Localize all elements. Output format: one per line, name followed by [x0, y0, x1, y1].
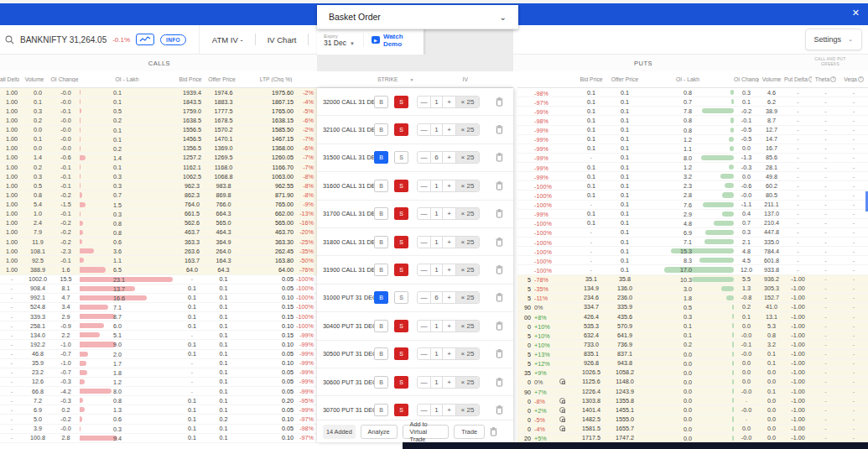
sell-button[interactable]: S	[394, 207, 408, 220]
bid-price-cell[interactable]: -	[574, 201, 608, 208]
offer-price-cell[interactable]: 869.8	[208, 191, 239, 199]
calls-table-row[interactable]: 1.000.1-0.00.11843.51883.31867.15-4%	[0, 97, 319, 107]
offer-price-cell[interactable]: 1058.2	[608, 368, 642, 376]
puts-table-row[interactable]: 5-11%234.6236.01.8-0.8152.7-1.00--	[517, 294, 868, 303]
offer-price-cell[interactable]: 0.2	[208, 415, 239, 423]
offer-price-cell[interactable]: 0.1	[208, 285, 239, 292]
bid-price-cell[interactable]: 363.3	[176, 238, 208, 246]
bid-price-cell[interactable]: -	[574, 248, 608, 255]
settings-button[interactable]: Settings ⌄	[805, 29, 862, 50]
offer-price-cell[interactable]: 1747.2	[608, 434, 642, 441]
bid-price-cell[interactable]: 1843.5	[176, 98, 208, 106]
calls-table-row[interactable]: -258.1-0.96.00.10.10.10-100%	[0, 321, 319, 331]
bid-price-cell[interactable]: 835.1	[574, 350, 608, 358]
offer-price-cell[interactable]: 0.1	[608, 154, 642, 161]
increase-qty-button[interactable]: +	[443, 292, 455, 303]
puts-table-row[interactable]: 0-8%1303.81355.80.0-0.0-1.00--	[517, 396, 868, 405]
bid-price-cell[interactable]: 0.1	[574, 219, 608, 227]
puts-table-row[interactable]: 0+10%535.3570.90.10.05.3-1.00--	[517, 321, 868, 331]
bid-price-cell[interactable]: 0.1	[176, 406, 208, 414]
increase-qty-button[interactable]: +	[443, 152, 455, 163]
bid-price-cell[interactable]: 0.1	[176, 294, 208, 301]
bid-price-cell[interactable]: 1226.4	[574, 388, 608, 395]
sell-button[interactable]: S	[394, 123, 408, 136]
bid-price-cell[interactable]: 163.7	[176, 257, 208, 264]
puts-table-row[interactable]: -100%-0.17.6-1.1211.1---	[517, 201, 868, 210]
bid-price-cell[interactable]: 1638.5	[176, 117, 208, 124]
bid-price-cell[interactable]: 1062.5	[176, 173, 208, 180]
puts-table-row[interactable]: -100%0.10.12.8-0.080.5---	[517, 191, 868, 200]
buy-button[interactable]: B	[374, 236, 388, 248]
bid-price-cell[interactable]: 632.4	[574, 332, 608, 339]
decrease-qty-button[interactable]: —	[418, 152, 430, 163]
offer-price-cell[interactable]: 0.1	[208, 294, 239, 301]
offer-price-cell[interactable]: 0.1	[608, 144, 642, 152]
offer-price-cell[interactable]: 0.1	[208, 313, 239, 321]
puts-table-row[interactable]: -99%0.10.11.2-0.328.1---	[517, 163, 868, 172]
buy-button[interactable]: B	[374, 123, 388, 136]
offer-price-cell[interactable]: 0.1	[608, 98, 642, 106]
offer-price-cell[interactable]: 0.1	[208, 303, 239, 311]
bid-price-cell[interactable]: 926.8	[574, 359, 608, 367]
offer-price-cell[interactable]: 0.1	[208, 425, 239, 432]
puts-table-row[interactable]: -99%0.10.11.2-0.514.7---	[517, 135, 868, 144]
delete-row-icon[interactable]	[496, 181, 503, 191]
close-icon[interactable]: ✕	[852, 8, 860, 18]
offer-price-cell[interactable]: 0.1	[608, 238, 642, 246]
offer-price-cell[interactable]: 0.1	[208, 322, 239, 330]
offer-price-cell[interactable]: 0.1	[208, 332, 239, 339]
offer-price-cell[interactable]: 0.1	[608, 210, 642, 217]
buy-button[interactable]: B	[374, 207, 388, 220]
offer-price-cell[interactable]: 0.1	[208, 350, 239, 358]
offer-price-cell[interactable]: 1555.0	[608, 415, 642, 423]
qty-value[interactable]: 1	[430, 264, 443, 275]
offer-price-cell[interactable]: 0.1	[208, 341, 239, 348]
offer-price-cell[interactable]: 1570.2	[208, 126, 239, 133]
bid-price-cell[interactable]: 134.9	[574, 285, 608, 292]
calls-table-row[interactable]: -7.2-0.30.80.10.10.20-95%	[0, 396, 319, 405]
offer-price-cell[interactable]: 264.0	[208, 248, 239, 255]
bid-price-cell[interactable]: -	[574, 154, 608, 161]
offer-price-cell[interactable]: 1243.9	[608, 388, 642, 395]
bid-price-cell[interactable]: 1556.5	[176, 126, 208, 133]
bid-price-cell[interactable]: 1162.1	[176, 164, 208, 171]
delete-row-icon[interactable]	[496, 321, 503, 331]
increase-qty-button[interactable]: +	[443, 97, 455, 107]
search-icon[interactable]	[5, 35, 14, 44]
puts-table-row[interactable]: 5+13%835.1837.10.0-0.00.1-1.00--	[517, 350, 868, 359]
bid-price-cell[interactable]: -	[176, 332, 208, 339]
qty-value[interactable]: 1	[430, 377, 443, 388]
offer-price-cell[interactable]: 1655.7	[608, 425, 642, 432]
puts-table-row[interactable]: 0-4%1581.51655.70.00.00.0-1.00--	[517, 425, 868, 434]
offer-price-cell[interactable]: 0.1	[608, 219, 642, 227]
sell-button[interactable]: S	[394, 404, 408, 416]
calls-table-row[interactable]: -908.48.113.70.10.10.05-100%	[0, 285, 319, 294]
puts-table-row[interactable]: -100%-0.117.012.0933.8---	[517, 265, 868, 274]
buy-button[interactable]: B	[374, 404, 388, 416]
buy-button[interactable]: B	[374, 180, 388, 192]
bid-price-cell[interactable]: 661.5	[176, 210, 208, 217]
offer-price-cell[interactable]: 0.1	[208, 368, 239, 376]
offer-price-cell[interactable]: 565.0	[208, 219, 239, 227]
add-to-virtual-trade-button[interactable]: Add to Virtual Trade	[403, 425, 450, 439]
bid-price-cell[interactable]: 0.1	[574, 126, 608, 133]
offer-price-cell[interactable]: 0.1	[208, 434, 239, 441]
increase-qty-button[interactable]: +	[443, 124, 455, 135]
buy-button[interactable]: B	[374, 291, 388, 304]
bid-price-cell[interactable]: 1482.5	[574, 415, 608, 423]
bid-price-cell[interactable]: 0.1	[574, 135, 608, 143]
calls-table-row[interactable]: -100.82.89.40.10.10.10-97%	[0, 434, 319, 443]
calls-table-row[interactable]: -134.02.25.1-0.10.15-99%	[0, 331, 319, 340]
delete-row-icon[interactable]	[496, 153, 503, 162]
puts-table-row[interactable]: -100%-0.16.90.3447.8---	[517, 228, 868, 238]
sell-button[interactable]: S	[394, 291, 408, 304]
bid-price-cell[interactable]: 35.1	[574, 275, 608, 283]
qty-value[interactable]: 1	[430, 97, 443, 107]
buy-button[interactable]: B	[374, 151, 388, 164]
buy-button[interactable]: B	[374, 320, 388, 332]
bid-price-cell[interactable]: 0.1	[574, 117, 608, 124]
buy-button[interactable]: B	[374, 96, 388, 108]
trade-button[interactable]: Trade	[454, 425, 485, 439]
bid-price-cell[interactable]: 0.1	[574, 89, 608, 97]
puts-table-row[interactable]: 00%1125.61148.00.00.00.0-1.00--	[517, 378, 868, 387]
